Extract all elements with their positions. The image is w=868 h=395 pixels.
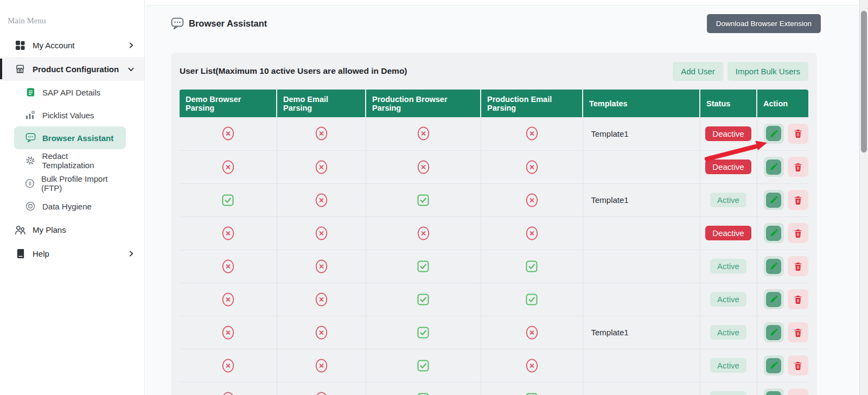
- user-list-title: User List(Maximum 10 active Users are al…: [180, 66, 407, 76]
- sidebar-item-product-configuration[interactable]: Product Configuration: [0, 57, 144, 81]
- page-title: Browser Assistant: [189, 18, 267, 29]
- delete-button-row-3[interactable]: [788, 190, 808, 210]
- sidebar-item-sap-api-details[interactable]: SAP API Details: [14, 81, 126, 104]
- trash-icon: [793, 295, 803, 304]
- table-row: Template1 Deactive: [180, 117, 808, 150]
- grid-icon: [14, 40, 26, 50]
- pencil-icon: [766, 226, 781, 241]
- template-cell: [583, 250, 700, 283]
- template-cell: [583, 216, 700, 250]
- top-strip: [145, 0, 859, 5]
- edit-button-row-3[interactable]: [764, 190, 784, 210]
- table-row: Deactive: [180, 150, 808, 183]
- sidebar: Main Menu My Account Product Configurati…: [0, 0, 145, 395]
- sidebar-item-redact-templatization[interactable]: Redact Templatization: [14, 149, 126, 172]
- sidebar-section-label: Main Menu: [0, 0, 144, 33]
- column-header-templates: Templates: [583, 90, 700, 117]
- check-icon: [417, 392, 429, 395]
- cross-icon: [221, 259, 235, 274]
- sidebar-item-label: My Account: [33, 41, 75, 50]
- gear-icon: [25, 156, 36, 165]
- sidebar-item-help[interactable]: Help: [0, 241, 144, 265]
- user-table-body: Template1 Deactive Deactive Template1 Ac…: [180, 117, 808, 395]
- trash-icon: [793, 162, 803, 172]
- pencil-icon: [766, 259, 781, 274]
- chat-bubble-icon: [25, 133, 36, 143]
- template-cell: Template1: [583, 117, 700, 150]
- sidebar-item-my-plans[interactable]: My Plans: [0, 218, 144, 241]
- sidebar-item-bulk-profile-import[interactable]: $ Bulk Profile Import (FTP): [14, 172, 126, 195]
- trash-icon: [793, 328, 803, 337]
- download-browser-extension-button[interactable]: Download Browser Extension: [707, 14, 821, 33]
- edit-button-row-4[interactable]: [764, 223, 784, 243]
- table-row: Active: [180, 349, 808, 382]
- chevron-right-icon: [127, 42, 135, 49]
- delete-button-row-5[interactable]: [788, 256, 808, 276]
- sidebar-item-label: Help: [33, 249, 49, 258]
- column-header-demo-email-parsing: Demo Email Parsing: [277, 90, 366, 117]
- column-header-status: Status: [700, 90, 757, 117]
- add-user-button[interactable]: Add User: [673, 62, 723, 81]
- check-icon: [526, 260, 538, 273]
- status-badge[interactable]: Active: [710, 193, 746, 207]
- template-cell: [583, 349, 700, 382]
- cross-icon: [315, 126, 328, 141]
- cross-icon: [315, 160, 328, 175]
- status-badge[interactable]: Active: [710, 325, 746, 340]
- chevron-right-icon: [127, 250, 135, 257]
- cross-icon: [315, 193, 328, 208]
- trash-icon: [793, 195, 803, 205]
- status-badge[interactable]: Deactive: [705, 226, 751, 240]
- cross-icon: [221, 325, 235, 340]
- delete-button-row-6[interactable]: [788, 289, 808, 309]
- edit-button-row-1[interactable]: [764, 124, 784, 144]
- sidebar-item-label: Browser Assistant: [42, 133, 113, 143]
- delete-button-row-9[interactable]: [788, 388, 808, 395]
- status-badge[interactable]: Active: [710, 391, 746, 395]
- edit-button-row-5[interactable]: [764, 256, 784, 276]
- edit-button-row-6[interactable]: [764, 289, 784, 309]
- column-header-production-email-parsing: Production Email Parsing: [481, 90, 583, 117]
- delete-button-row-8[interactable]: [788, 355, 808, 375]
- check-icon: [222, 194, 234, 207]
- cross-icon: [221, 226, 235, 241]
- status-badge[interactable]: Deactive: [705, 126, 751, 141]
- edit-button-row-7[interactable]: [764, 322, 784, 342]
- edit-button-row-8[interactable]: [764, 355, 784, 375]
- cross-icon: [417, 126, 430, 141]
- delete-button-row-2[interactable]: [788, 157, 808, 177]
- cross-icon: [221, 126, 235, 141]
- table-row: Active: [180, 283, 808, 316]
- delete-button-row-7[interactable]: [788, 322, 808, 342]
- template-cell: [583, 283, 700, 316]
- sidebar-item-data-hygiene[interactable]: Data Hygiene: [14, 195, 126, 218]
- edit-button-row-9[interactable]: [764, 388, 784, 395]
- sidebar-item-my-account[interactable]: My Account: [0, 33, 144, 57]
- cross-icon: [315, 259, 328, 274]
- scrollbar-thumb[interactable]: [861, 11, 867, 152]
- dollar-circle-icon: $: [25, 179, 35, 188]
- status-badge[interactable]: Active: [710, 259, 746, 273]
- chevron-down-icon: [127, 66, 135, 73]
- delete-button-row-1[interactable]: [788, 124, 808, 144]
- cross-icon: [315, 325, 328, 340]
- status-badge[interactable]: Active: [710, 358, 746, 373]
- sidebar-item-label: Bulk Profile Import (FTP): [41, 174, 120, 193]
- check-icon: [417, 326, 429, 339]
- edit-button-row-2[interactable]: [764, 157, 784, 177]
- pencil-icon: [766, 292, 781, 307]
- status-badge[interactable]: Deactive: [705, 160, 751, 174]
- delete-button-row-4[interactable]: [788, 223, 808, 243]
- column-header-demo-browser-parsing: Demo Browser Parsing: [180, 90, 277, 117]
- status-badge[interactable]: Active: [710, 292, 746, 307]
- cross-icon: [525, 325, 539, 340]
- scrollbar-track[interactable]: [859, 0, 868, 395]
- import-bulk-users-button[interactable]: Import Bulk Users: [727, 62, 808, 81]
- cross-icon: [315, 292, 328, 307]
- trash-icon: [793, 228, 803, 238]
- sidebar-item-browser-assistant[interactable]: Browser Assistant: [14, 126, 126, 149]
- check-icon: [417, 293, 429, 306]
- sidebar-item-picklist-values[interactable]: Picklist Values: [14, 104, 126, 126]
- bar-chart-icon: [25, 111, 36, 119]
- cross-icon: [315, 226, 328, 241]
